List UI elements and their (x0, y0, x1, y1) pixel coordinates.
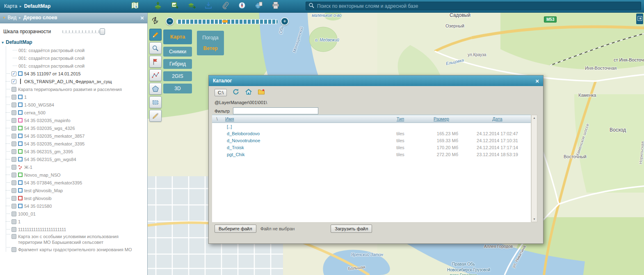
layer-checkbox[interactable] (11, 157, 16, 162)
tree-item[interactable]: 1 (6, 218, 147, 225)
panel-close-button[interactable]: × (140, 15, 144, 21)
zoom-in-button[interactable]: + (281, 17, 289, 25)
tree-item[interactable]: 1000_01 (6, 210, 147, 218)
basemap-2gis-button[interactable]: 2GIS (163, 71, 192, 81)
tree-item[interactable]: 001: создаётся растровый слой (6, 46, 147, 54)
tree-item[interactable]: 54 35 021580 (6, 202, 147, 210)
download-button[interactable] (203, 1, 214, 11)
scroll-down-icon[interactable]: ▼ (532, 216, 537, 222)
dialog-scrollbar[interactable]: ▲ ▼ (531, 115, 537, 222)
compass-button[interactable] (237, 1, 247, 11)
refresh-button[interactable] (232, 89, 240, 96)
basemap-snimki-button[interactable]: Снимки (163, 47, 192, 57)
dialog-header[interactable]: Каталог × (209, 75, 543, 86)
layer-checkbox[interactable] (11, 227, 16, 232)
layer-checkbox[interactable]: ✓ (11, 79, 16, 84)
tree-item[interactable]: ✓54 35 111097 от 14.01.2015 (6, 70, 147, 77)
tree-item[interactable]: 54 35 062315_gm_wgs84 (6, 155, 147, 163)
column-size[interactable]: Размер (419, 116, 464, 121)
tree-root[interactable]: ▾ DefaultMap (2, 38, 147, 46)
tree-item[interactable]: Фрагмент карты градостроительного зониро… (6, 246, 147, 256)
tree-item[interactable]: test gNovosib_Map (6, 186, 147, 194)
print-button[interactable] (270, 1, 281, 11)
tree-item[interactable]: 1 (6, 93, 147, 101)
breadcrumb-current[interactable]: DefaultMap (24, 3, 51, 9)
north-arrow-tool-button[interactable]: А (149, 15, 161, 26)
layer-checkbox[interactable] (11, 180, 16, 185)
breadcrumb-root[interactable]: Карта (4, 3, 17, 9)
file-row[interactable]: [..] (212, 123, 531, 130)
dialog-close-button[interactable]: × (535, 78, 539, 84)
layer-checkbox[interactable] (11, 196, 16, 201)
zoom-box-tool-button[interactable] (149, 42, 162, 54)
tree-item[interactable]: 1111111111111111111111 (6, 225, 147, 233)
layer-checkbox[interactable]: ✓ (11, 71, 16, 76)
tree-item[interactable]: test gNovosib (6, 194, 147, 202)
upload-file-button[interactable]: Загрузить файл (331, 225, 372, 233)
tree-item[interactable]: сетка_500 (6, 109, 147, 116)
filter-input[interactable] (233, 107, 318, 114)
edit-tool-button[interactable] (149, 29, 162, 41)
collapse-arrow-icon[interactable]: ▾ (2, 40, 4, 45)
export-image-button[interactable] (169, 1, 180, 11)
export-layer-button[interactable] (186, 1, 197, 11)
tree-item[interactable]: 54 35 032035_wgs_4326 (6, 124, 147, 132)
basemap-gibrid-button[interactable]: Гибрид (163, 59, 192, 69)
slider-handle[interactable] (100, 28, 105, 35)
layer-checkbox[interactable] (11, 87, 16, 92)
layer-checkbox[interactable] (11, 247, 16, 252)
zoom-track[interactable] (176, 19, 278, 24)
polygon-tool-button[interactable] (149, 83, 162, 95)
globe-doc-button[interactable] (253, 1, 264, 11)
attach-button[interactable] (220, 1, 231, 11)
tree-item[interactable]: 54 35 032035_merkator_3395 (6, 140, 147, 148)
layer-checkbox[interactable] (11, 126, 16, 131)
zoom-out-button[interactable]: − (166, 17, 174, 25)
layer-checkbox[interactable] (11, 149, 16, 154)
tree-item[interactable]: Карта зон с особыми условиями использова… (6, 233, 147, 246)
layer-checkbox[interactable] (11, 110, 16, 115)
scroll-up-icon[interactable]: ▲ (532, 115, 537, 120)
layer-checkbox[interactable] (11, 134, 16, 139)
layer-checkbox[interactable] (11, 234, 16, 239)
tree-item[interactable]: Карата территориального развития и рассе… (6, 85, 147, 93)
column-type[interactable]: Тип (382, 116, 419, 121)
tree-item[interactable]: Ж-1 (6, 163, 147, 171)
tree-item[interactable]: 54 35 062315_gm_3395 (6, 148, 147, 155)
drive-c-button[interactable]: C:\ (215, 89, 227, 96)
transparency-slider[interactable] (62, 28, 105, 35)
tree-item[interactable]: 54 35 073846_merkator3395 (6, 179, 147, 186)
column-name[interactable]: Имя (222, 116, 382, 121)
file-row[interactable]: d_Beloborodovotiles165.23 Мб24.12.2014 1… (212, 130, 531, 137)
tree-item[interactable]: Novos_map_NSO (6, 171, 147, 179)
layer-checkbox[interactable] (11, 165, 16, 170)
layer-checkbox[interactable] (11, 173, 16, 177)
tree-item[interactable]: 54 35 032035_mapinfo (6, 116, 147, 124)
tree-item[interactable]: 001: создаётся растровый слой (6, 54, 147, 62)
view-menu[interactable]: Вид (8, 15, 17, 20)
map-panel-button[interactable] (130, 1, 140, 11)
tree-item[interactable]: 54 35 032035_merkator_3857 (6, 132, 147, 140)
layer-checkbox[interactable] (11, 211, 16, 216)
basemap-3d-button[interactable]: 3D (163, 84, 192, 93)
column-date[interactable]: Дата (464, 116, 531, 121)
search-input[interactable] (316, 3, 638, 9)
layer-checkbox[interactable] (11, 204, 16, 209)
file-row[interactable]: pgt_Chiktiles272.20 Мб23.12.2014 18:53:1… (212, 151, 531, 158)
layer-checkbox[interactable] (11, 95, 16, 100)
tree-item[interactable]: 1-500_WGS84 (6, 101, 147, 109)
layer-checkbox[interactable] (11, 188, 16, 193)
basemap-karta-button[interactable]: Карта (163, 30, 192, 44)
draw-tool-button[interactable] (149, 110, 162, 122)
file-row[interactable]: d_Novootrubnoetiles169.33 Мб24.12.2014 1… (212, 137, 531, 144)
home-button[interactable] (245, 89, 252, 96)
measure-tool-button[interactable] (149, 69, 162, 81)
rectangle-tool-button[interactable] (149, 96, 162, 108)
tree-item[interactable]: ✓OKS_TRANSP_AD_LIN_Федерал_зн_сущ (6, 77, 147, 85)
overlay-pogoda-button[interactable]: Погода (197, 32, 224, 43)
overlay-veter-button[interactable]: Ветер (197, 43, 224, 54)
marker-tool-button[interactable] (149, 56, 162, 68)
file-row[interactable]: d_Troisktiles170.20 Мб24.12.2014 17:17:1… (212, 144, 531, 151)
zoom-level-marker[interactable] (222, 20, 228, 23)
upload-layer-button[interactable] (153, 1, 163, 11)
